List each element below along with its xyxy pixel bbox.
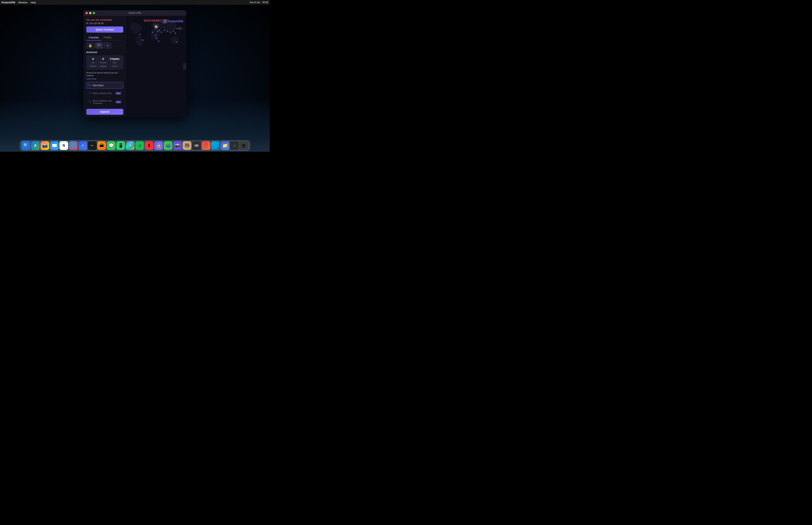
window-close-button[interactable]	[86, 12, 88, 14]
dock-item-screenshot[interactable]: 📸	[173, 141, 182, 150]
browse-text: Browse the internet without ads and malw…	[86, 72, 123, 77]
left-panel: You are not connected IP: 151.227.95.28 …	[83, 16, 126, 117]
dock-item-trash[interactable]: 🗑	[240, 141, 248, 150]
map-pin-east-asia[interactable]	[172, 31, 174, 33]
torrent-icon: ⬇	[147, 143, 151, 148]
dock-item-chrome[interactable]: 🌐	[69, 141, 78, 150]
dock-item-mail[interactable]: ✉️	[50, 141, 59, 150]
dock-item-facetime[interactable]: 📹	[164, 141, 172, 150]
block-all-option[interactable]: 🛡 Block malware, ads, & trackers Plus	[86, 98, 123, 106]
block-malware-option[interactable]: 🛡 Block malware only Plus	[86, 90, 123, 96]
map-pin-usa[interactable]	[139, 33, 141, 35]
not-connected-label: You are not connected	[86, 18, 123, 21]
finder-icon: 🔍	[23, 143, 29, 148]
right-panel: ‹ DISCONNECTED 🏠 ProtonVPN −	[126, 16, 186, 117]
dock-item-browser[interactable]: 🌐	[211, 141, 220, 150]
window-minimize-button[interactable]	[89, 12, 91, 14]
tab-countries[interactable]: Countries	[86, 35, 101, 41]
dock-item-torrent[interactable]: ⬇	[145, 141, 153, 150]
quick-connect-button[interactable]: Quick Connect	[86, 27, 123, 33]
map-pin-japan[interactable]	[174, 33, 177, 34]
learn-more-link[interactable]: Learn more	[86, 78, 123, 80]
stat-ads: 0 Adsblocked	[90, 57, 96, 68]
shield-icon: 🛡	[97, 44, 101, 47]
map-pin-se-asia[interactable]	[169, 32, 171, 33]
dock-item-photos-app[interactable]: 📷	[41, 141, 49, 150]
dock-item-widgets[interactable]: □	[230, 141, 239, 150]
chevron-left-icon: ‹	[184, 65, 185, 68]
map-pin-africa-north[interactable]	[155, 34, 157, 36]
dock-item-photos2[interactable]: 🏔	[97, 141, 106, 150]
menubar-time: 20:45	[262, 1, 268, 4]
notion-icon: N	[63, 144, 65, 147]
menubar-left: ProtonVPN Window Help	[2, 1, 36, 4]
tab-profiles[interactable]: Profiles	[101, 35, 114, 41]
map-pin-central-asia[interactable]	[164, 30, 166, 32]
map-pin-eastern-europe[interactable]	[158, 30, 160, 32]
upgrade-button[interactable]: Upgrade	[86, 109, 123, 115]
things-icon: ✓	[81, 143, 85, 148]
map-pin-middle-east[interactable]	[160, 32, 163, 33]
dont-block-label: Don't block	[93, 84, 104, 87]
browser-icon: 🌐	[213, 143, 218, 148]
icon-tabs: 🔒 🛡 ✏	[86, 42, 123, 49]
mail-icon: ✉️	[52, 143, 57, 148]
keyboard-icon: ⌨	[195, 144, 198, 147]
dock-item-protonvpn[interactable]: 🔒	[154, 141, 163, 150]
map-pin-europe[interactable]	[152, 32, 154, 33]
slack-icon: #	[129, 144, 131, 147]
dock-item-things[interactable]: ✓	[78, 141, 87, 150]
menubar-right: Sun 9 Jun 20:45	[250, 1, 268, 4]
menubar-app-name[interactable]: ProtonVPN	[2, 1, 15, 4]
map-pin-australia[interactable]	[175, 42, 177, 43]
window-maximize-button[interactable]	[93, 12, 95, 14]
lock-icon: 🔒	[88, 44, 92, 47]
map-pin-africa-east[interactable]	[157, 41, 159, 43]
dock-item-notion[interactable]: N	[59, 141, 68, 150]
map-pin-south-america[interactable]	[142, 40, 144, 42]
trash-icon: 🗑	[242, 143, 246, 148]
menubar-date: Sun 9 Jun	[250, 1, 260, 4]
widgets-icon: □	[234, 144, 235, 147]
map-pin-south-asia[interactable]	[167, 31, 168, 33]
ads-label: Adsblocked	[90, 62, 96, 67]
dock-item-music[interactable]: 🎵	[202, 141, 210, 150]
messages-icon: 💬	[109, 143, 114, 148]
dock-item-capcut[interactable]: ✂	[88, 141, 96, 150]
block-all-plus-badge: Plus	[116, 101, 121, 103]
menubar-window[interactable]: Window	[18, 1, 28, 4]
block-all-icon: 🛡	[89, 100, 91, 104]
dock-item-whatsapp[interactable]: 📱	[116, 141, 125, 150]
dock-item-bear[interactable]: 🐻	[183, 141, 191, 150]
footer-note: If websites don't load, try disabling Ne…	[86, 116, 123, 117]
menubar: ProtonVPN Window Help Sun 9 Jun 20:45	[0, 0, 270, 5]
netshield-section: NetShield 0 Adsblocked 0 Trackersstopped…	[83, 51, 126, 117]
dock-item-spotify[interactable]: ♫	[135, 141, 144, 150]
protonvpn-dock-icon: 🔒	[156, 143, 161, 148]
vpn-window: Proton VPN You are not connected IP: 151…	[83, 10, 186, 117]
icon-tab-edit[interactable]: ✏	[104, 42, 111, 49]
whatsapp-icon: 📱	[118, 143, 123, 148]
icon-tab-shield[interactable]: 🛡	[95, 42, 103, 49]
dont-block-icon: 🛡	[89, 84, 91, 87]
dock-item-appstore[interactable]: A	[31, 141, 40, 150]
icon-tab-lock[interactable]: 🔒	[86, 42, 94, 49]
dock-item-messages[interactable]: 💬	[107, 141, 116, 150]
dock-item-finder[interactable]: 🔍	[21, 141, 30, 150]
map-pin-central-europe[interactable]	[157, 31, 158, 33]
dock-item-keyboard[interactable]: ⌨	[192, 141, 201, 150]
dock: 🔍 A 📷 ✉️ N 🌐 ✓ ✂ 🏔 💬 📱 # ♫ ⬇ 🔒 📹	[20, 140, 250, 151]
dont-block-option[interactable]: 🛡 Don't block	[86, 82, 123, 89]
files-icon: 📁	[223, 143, 228, 148]
window-title: Proton VPN	[128, 12, 141, 14]
stat-trackers: 0 Trackersstopped	[100, 57, 107, 68]
window-controls	[86, 12, 95, 14]
collapse-button[interactable]: ‹	[183, 63, 186, 70]
map-pin-africa-west[interactable]	[156, 38, 157, 40]
block-malware-plus-badge: Plus	[116, 92, 121, 95]
photos2-icon: 🏔	[99, 143, 104, 148]
menubar-help[interactable]: Help	[31, 1, 36, 4]
dock-item-slack[interactable]: #	[126, 141, 135, 150]
window-titlebar: Proton VPN	[83, 10, 186, 16]
dock-item-files[interactable]: 📁	[220, 141, 229, 150]
